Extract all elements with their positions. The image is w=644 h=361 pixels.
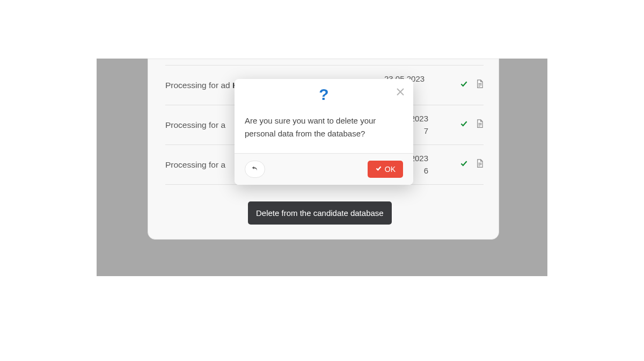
check-icon[interactable] — [459, 80, 469, 91]
question-icon: ? — [319, 85, 328, 104]
undo-icon — [251, 165, 259, 174]
modal-footer: OK — [235, 153, 413, 185]
row-prefix: Processing for a — [165, 160, 225, 169]
row-actions — [449, 159, 484, 170]
document-icon[interactable] — [476, 119, 484, 131]
back-button[interactable] — [245, 161, 265, 178]
delete-from-database-button[interactable]: Delete from the candidate database — [248, 201, 392, 225]
ok-button[interactable]: OK — [368, 161, 403, 178]
confirm-dialog: ? Are you sure you want to delete your p… — [235, 79, 413, 185]
document-icon[interactable] — [476, 159, 484, 170]
check-icon[interactable] — [459, 119, 469, 131]
row-prefix: Processing for a — [165, 120, 225, 129]
row-actions — [449, 80, 484, 91]
row-actions — [449, 119, 484, 131]
ok-label: OK — [385, 165, 396, 174]
close-icon[interactable] — [394, 86, 406, 98]
modal-message: Are you sure you want to delete your per… — [235, 104, 413, 153]
check-icon[interactable] — [459, 159, 469, 170]
document-icon[interactable] — [476, 80, 484, 91]
row-prefix: Processing for ad — [165, 81, 232, 90]
check-icon — [375, 165, 382, 174]
modal-header: ? — [235, 79, 413, 104]
